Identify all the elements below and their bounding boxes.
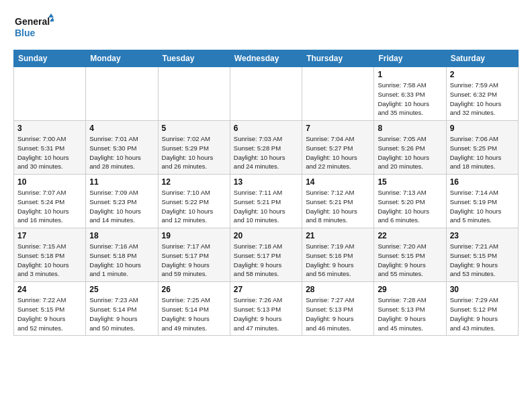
- day-number: 14: [306, 177, 370, 187]
- day-info: Sunrise: 7:29 AM Sunset: 5:12 PM Dayligh…: [450, 295, 515, 332]
- day-number: 15: [378, 177, 442, 187]
- day-number: 23: [450, 231, 515, 240]
- day-info: Sunrise: 7:00 AM Sunset: 5:31 PM Dayligh…: [17, 134, 82, 171]
- calendar-cell: 11Sunrise: 7:09 AM Sunset: 5:23 PM Dayli…: [86, 175, 158, 228]
- day-info: Sunrise: 7:10 AM Sunset: 5:22 PM Dayligh…: [162, 188, 226, 225]
- day-info: Sunrise: 7:26 AM Sunset: 5:13 PM Dayligh…: [234, 295, 298, 332]
- header: General Blue: [13, 11, 519, 43]
- day-info: Sunrise: 7:27 AM Sunset: 5:13 PM Dayligh…: [306, 295, 370, 332]
- calendar-cell: 26Sunrise: 7:25 AM Sunset: 5:14 PM Dayli…: [158, 282, 230, 336]
- day-number: 22: [378, 231, 442, 240]
- day-info: Sunrise: 7:01 AM Sunset: 5:30 PM Dayligh…: [89, 134, 154, 171]
- day-number: 9: [450, 124, 515, 133]
- day-info: Sunrise: 7:09 AM Sunset: 5:23 PM Dayligh…: [89, 188, 154, 225]
- day-info: Sunrise: 7:28 AM Sunset: 5:13 PM Dayligh…: [378, 295, 442, 332]
- day-info: Sunrise: 7:20 AM Sunset: 5:15 PM Dayligh…: [378, 242, 442, 279]
- weekday-header-monday: Monday: [86, 50, 158, 67]
- calendar-cell: [230, 67, 302, 121]
- calendar-cell: 12Sunrise: 7:10 AM Sunset: 5:22 PM Dayli…: [158, 175, 230, 228]
- day-info: Sunrise: 7:07 AM Sunset: 5:24 PM Dayligh…: [17, 188, 82, 225]
- day-info: Sunrise: 7:16 AM Sunset: 5:18 PM Dayligh…: [89, 242, 154, 279]
- day-number: 2: [450, 70, 515, 79]
- svg-text:General: General: [15, 16, 50, 27]
- calendar-cell: [86, 67, 158, 121]
- day-info: Sunrise: 7:15 AM Sunset: 5:18 PM Dayligh…: [17, 242, 82, 279]
- day-number: 8: [378, 124, 442, 133]
- calendar-cell: 29Sunrise: 7:28 AM Sunset: 5:13 PM Dayli…: [374, 282, 446, 336]
- weekday-header-saturday: Saturday: [446, 50, 518, 67]
- day-number: 6: [234, 124, 298, 133]
- calendar-cell: 25Sunrise: 7:23 AM Sunset: 5:14 PM Dayli…: [86, 282, 158, 336]
- calendar-cell: 23Sunrise: 7:21 AM Sunset: 5:15 PM Dayli…: [446, 228, 518, 282]
- weekday-header-sunday: Sunday: [14, 50, 86, 67]
- day-info: Sunrise: 7:17 AM Sunset: 5:17 PM Dayligh…: [162, 242, 226, 279]
- calendar-cell: [14, 67, 86, 121]
- week-row-2: 10Sunrise: 7:07 AM Sunset: 5:24 PM Dayli…: [14, 175, 519, 228]
- calendar-cell: 6Sunrise: 7:03 AM Sunset: 5:28 PM Daylig…: [230, 121, 302, 175]
- day-number: 26: [162, 285, 226, 294]
- day-number: 19: [162, 231, 226, 240]
- day-info: Sunrise: 7:12 AM Sunset: 5:21 PM Dayligh…: [306, 188, 370, 225]
- calendar-cell: 4Sunrise: 7:01 AM Sunset: 5:30 PM Daylig…: [86, 121, 158, 175]
- weekday-header-friday: Friday: [374, 50, 446, 67]
- calendar-cell: 21Sunrise: 7:19 AM Sunset: 5:16 PM Dayli…: [302, 228, 374, 282]
- calendar-cell: 16Sunrise: 7:14 AM Sunset: 5:19 PM Dayli…: [446, 175, 518, 228]
- day-info: Sunrise: 7:04 AM Sunset: 5:27 PM Dayligh…: [306, 134, 370, 171]
- calendar-cell: 20Sunrise: 7:18 AM Sunset: 5:17 PM Dayli…: [230, 228, 302, 282]
- week-row-1: 3Sunrise: 7:00 AM Sunset: 5:31 PM Daylig…: [14, 121, 519, 175]
- calendar-cell: 13Sunrise: 7:11 AM Sunset: 5:21 PM Dayli…: [230, 175, 302, 228]
- day-info: Sunrise: 7:59 AM Sunset: 6:32 PM Dayligh…: [450, 81, 515, 118]
- logo-svg: General Blue: [13, 13, 54, 43]
- calendar-cell: 9Sunrise: 7:06 AM Sunset: 5:25 PM Daylig…: [446, 121, 518, 175]
- week-row-3: 17Sunrise: 7:15 AM Sunset: 5:18 PM Dayli…: [14, 228, 519, 282]
- day-info: Sunrise: 7:13 AM Sunset: 5:20 PM Dayligh…: [378, 188, 442, 225]
- calendar-cell: 3Sunrise: 7:00 AM Sunset: 5:31 PM Daylig…: [14, 121, 86, 175]
- day-number: 10: [17, 177, 82, 187]
- day-number: 11: [89, 177, 154, 187]
- calendar-cell: 27Sunrise: 7:26 AM Sunset: 5:13 PM Dayli…: [230, 282, 302, 336]
- calendar-cell: [302, 67, 374, 121]
- calendar-cell: 7Sunrise: 7:04 AM Sunset: 5:27 PM Daylig…: [302, 121, 374, 175]
- day-info: Sunrise: 7:11 AM Sunset: 5:21 PM Dayligh…: [234, 188, 298, 225]
- day-info: Sunrise: 7:18 AM Sunset: 5:17 PM Dayligh…: [234, 242, 298, 279]
- weekday-header-wednesday: Wednesday: [230, 50, 302, 67]
- day-info: Sunrise: 7:19 AM Sunset: 5:16 PM Dayligh…: [306, 242, 370, 279]
- day-number: 17: [17, 231, 82, 240]
- svg-marker-2: [48, 13, 54, 17]
- day-info: Sunrise: 7:02 AM Sunset: 5:29 PM Dayligh…: [162, 134, 226, 171]
- day-number: 5: [162, 124, 226, 133]
- day-number: 20: [234, 231, 298, 240]
- calendar-cell: 18Sunrise: 7:16 AM Sunset: 5:18 PM Dayli…: [86, 228, 158, 282]
- calendar-cell: 28Sunrise: 7:27 AM Sunset: 5:13 PM Dayli…: [302, 282, 374, 336]
- day-number: 13: [234, 177, 298, 187]
- svg-marker-3: [50, 17, 54, 21]
- day-number: 1: [378, 70, 442, 79]
- calendar-cell: 5Sunrise: 7:02 AM Sunset: 5:29 PM Daylig…: [158, 121, 230, 175]
- day-number: 27: [234, 285, 298, 294]
- day-info: Sunrise: 7:14 AM Sunset: 5:19 PM Dayligh…: [450, 188, 515, 225]
- day-info: Sunrise: 7:23 AM Sunset: 5:14 PM Dayligh…: [89, 295, 154, 332]
- calendar-cell: 8Sunrise: 7:05 AM Sunset: 5:26 PM Daylig…: [374, 121, 446, 175]
- calendar-cell: [158, 67, 230, 121]
- day-number: 16: [450, 177, 515, 187]
- day-number: 29: [378, 285, 442, 294]
- day-info: Sunrise: 7:05 AM Sunset: 5:26 PM Dayligh…: [378, 134, 442, 171]
- day-number: 25: [89, 285, 154, 294]
- svg-text:Blue: Blue: [15, 28, 36, 38]
- calendar-cell: 30Sunrise: 7:29 AM Sunset: 5:12 PM Dayli…: [446, 282, 518, 336]
- day-info: Sunrise: 7:06 AM Sunset: 5:25 PM Dayligh…: [450, 134, 515, 171]
- day-number: 24: [17, 285, 82, 294]
- week-row-4: 24Sunrise: 7:22 AM Sunset: 5:15 PM Dayli…: [14, 282, 519, 336]
- weekday-header-thursday: Thursday: [302, 50, 374, 67]
- logo: General Blue: [13, 11, 54, 43]
- calendar-cell: 2Sunrise: 7:59 AM Sunset: 6:32 PM Daylig…: [446, 67, 518, 121]
- day-number: 30: [450, 285, 515, 294]
- day-number: 3: [17, 124, 82, 133]
- calendar-table: SundayMondayTuesdayWednesdayThursdayFrid…: [13, 50, 519, 336]
- calendar-cell: 22Sunrise: 7:20 AM Sunset: 5:15 PM Dayli…: [374, 228, 446, 282]
- weekday-header-tuesday: Tuesday: [158, 50, 230, 67]
- calendar-cell: 15Sunrise: 7:13 AM Sunset: 5:20 PM Dayli…: [374, 175, 446, 228]
- day-info: Sunrise: 7:25 AM Sunset: 5:14 PM Dayligh…: [162, 295, 226, 332]
- day-info: Sunrise: 7:21 AM Sunset: 5:15 PM Dayligh…: [450, 242, 515, 279]
- weekday-header-row: SundayMondayTuesdayWednesdayThursdayFrid…: [14, 50, 519, 67]
